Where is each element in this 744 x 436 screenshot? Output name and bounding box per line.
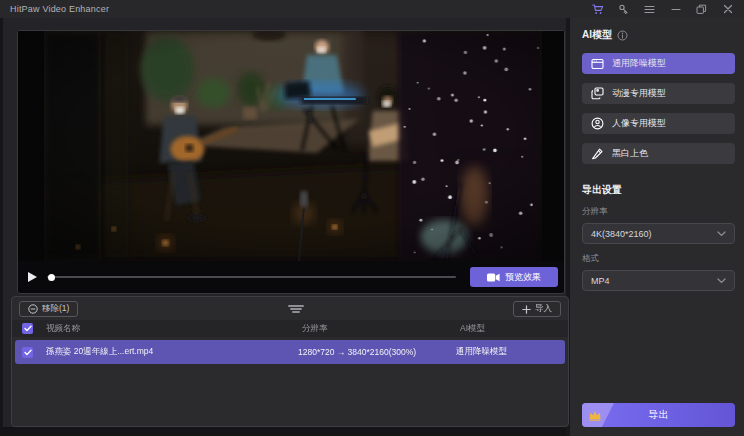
chevron-down-icon [717,231,726,237]
import-button-label: 导入 [535,303,552,315]
row-checkbox[interactable] [22,347,33,358]
menu-icon[interactable] [643,3,656,16]
key-icon[interactable] [617,3,630,16]
cart-icon[interactable] [591,3,604,16]
file-resolution: 1280*720 → 3840*2160(300%) [298,347,456,357]
import-button[interactable]: 导入 [513,301,561,317]
colorize-icon [591,147,604,160]
close-icon[interactable] [721,3,734,16]
minimize-icon[interactable] [669,3,682,16]
playback-controls: 预览效果 [18,261,564,293]
preview-effect-button[interactable]: 预览效果 [470,267,558,287]
remove-button[interactable]: 移除(1) [19,301,78,317]
resolution-select[interactable]: 4K(3840*2160) [582,223,735,244]
model-label: 人像专用模型 [612,117,666,130]
resolution-field-label: 分辨率 [582,206,735,218]
model-button-colorize[interactable]: 黑白上色 [582,143,735,164]
model-button-anime[interactable]: 动漫专用模型 [582,83,735,104]
column-model: AI模型 [460,323,558,335]
format-value: MP4 [591,276,610,286]
app-window: HitPaw Video Enhancer [0,0,744,436]
settings-sidebar: AI模型 通用降噪模型 动漫专用模型 [566,18,744,436]
check-icon [24,349,32,356]
resolution-value: 4K(3840*2160) [591,229,652,239]
chevron-down-icon [717,278,726,284]
anime-icon [591,87,604,100]
preview-effect-label: 预览效果 [505,271,541,284]
app-title: HitPaw Video Enhancer [10,4,109,14]
select-all-checkbox[interactable] [22,323,33,334]
remove-button-label: 移除(1) [42,303,69,315]
video-preview-panel: 预览效果 [17,30,565,294]
titlebar-actions [591,3,734,16]
file-row[interactable]: 孫燕姿 20週年線上...ert.mp4 1280*720 → 3840*216… [15,340,565,364]
model-button-general-denoise[interactable]: 通用降噪模型 [582,53,735,74]
file-model: 通用降噪模型 [456,346,558,358]
format-field-label: 格式 [582,253,735,265]
video-frame [18,31,564,261]
format-select[interactable]: MP4 [582,270,735,291]
export-settings-title: 导出设置 [582,183,735,197]
camera-icon [487,273,500,282]
model-button-portrait[interactable]: 人像专用模型 [582,113,735,134]
info-icon[interactable] [617,30,628,41]
content-column: 预览效果 移除(1) [0,18,566,436]
model-label: 通用降噪模型 [612,57,666,70]
progress-thumb[interactable] [48,274,55,281]
ai-model-title-label: AI模型 [582,28,612,42]
portrait-icon [591,117,604,130]
export-button[interactable]: 导出 [582,403,735,427]
column-resolution: 分辨率 [302,323,460,335]
maximize-icon[interactable] [695,3,708,16]
file-list-toolbar: 移除(1) 导入 [12,297,568,320]
main-area: 预览效果 移除(1) [0,18,744,436]
file-list-header: 视频名称 分辨率 AI模型 [12,320,568,337]
progress-slider[interactable] [47,276,456,278]
play-button[interactable] [28,272,37,282]
file-name: 孫燕姿 20週年線上...ert.mp4 [46,346,298,358]
column-name: 视频名称 [46,323,302,335]
crown-icon [588,410,602,421]
check-icon [24,325,32,332]
ai-model-section-title: AI模型 [582,28,735,42]
export-button-label: 导出 [649,408,669,422]
model-label: 黑白上色 [612,147,648,160]
file-list-panel: 移除(1) 导入 视频名称 分辨率 A [11,296,569,427]
frame-icon [591,58,604,70]
plus-icon [522,305,531,314]
collapse-handle[interactable] [278,302,314,316]
minus-circle-icon [28,304,38,314]
model-label: 动漫专用模型 [612,87,666,100]
title-bar: HitPaw Video Enhancer [0,0,744,18]
premium-badge [582,403,614,427]
